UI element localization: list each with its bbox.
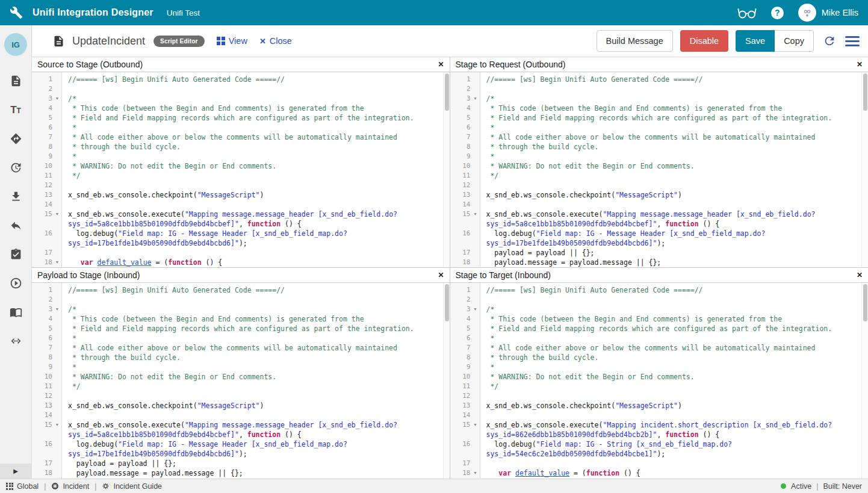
scrollbar[interactable] [861, 283, 868, 479]
download-icon[interactable] [9, 190, 22, 203]
fold-gutter [52, 382, 62, 391]
save-button[interactable]: Save [736, 30, 775, 52]
fold-arrow-icon[interactable]: ▾ [52, 94, 62, 104]
panel-title: Stage to Request (Outbound) [456, 60, 566, 69]
fold-arrow-icon[interactable]: ▾ [471, 305, 480, 314]
code-text: * Field and Field mapping records which … [480, 324, 832, 333]
code-line: 16 log.debug("Field map: IG - String [x_… [450, 439, 861, 449]
code-text: */ [480, 171, 499, 181]
history-icon[interactable] [9, 161, 22, 174]
line-number [32, 219, 52, 229]
fold-gutter [52, 439, 62, 449]
code-line: 12 [32, 181, 442, 190]
scrollbar-thumb[interactable] [445, 73, 449, 111]
fold-arrow-icon[interactable]: ▾ [471, 209, 480, 219]
fold-arrow-icon[interactable]: ▾ [471, 94, 480, 104]
incident-icon [51, 482, 59, 490]
code-line: 17 [32, 248, 442, 258]
fold-gutter [471, 219, 480, 229]
copy-button[interactable]: Copy [775, 30, 814, 52]
close-button[interactable]: ✕ Close [259, 36, 292, 46]
code-text: payload = payload || {}; [480, 248, 595, 258]
scrollbar[interactable] [443, 283, 450, 479]
line-number: 16 [450, 229, 471, 238]
spectacles-icon[interactable] [737, 6, 757, 19]
help-icon[interactable]: ? [771, 7, 784, 19]
user-name[interactable]: Mike Ellis [822, 8, 858, 17]
disable-button[interactable]: Disable [680, 30, 728, 52]
user-avatar[interactable] [798, 4, 816, 22]
fold-arrow-icon[interactable]: ▾ [52, 305, 62, 314]
code-text: * WARNING: Do not edit the Begin or End … [62, 161, 276, 171]
line-number [450, 449, 471, 459]
code-text: * through the build cycle. [62, 353, 181, 362]
tasks-icon[interactable] [9, 247, 22, 261]
code-text: sys_id=17be1fde1b49b05090dfdb9ebd4bcbd6]… [480, 238, 666, 248]
fold-gutter [471, 333, 480, 343]
code-line: sys_id=17be1fde1b49b05090dfdb9ebd4bcbd6]… [32, 238, 442, 248]
scrollbar-thumb[interactable] [863, 73, 867, 111]
menu-icon[interactable] [845, 36, 860, 46]
fold-arrow-icon[interactable]: ▾ [52, 258, 62, 267]
panel-close-icon[interactable]: ✕ [857, 60, 863, 69]
text-icon[interactable]: TT [9, 103, 22, 116]
fold-gutter [471, 295, 480, 305]
docs-icon[interactable] [9, 305, 22, 318]
apps-grid-icon [6, 483, 13, 490]
line-number: 13 [32, 190, 52, 200]
panel-close-icon[interactable]: ✕ [438, 271, 444, 279]
code-text [480, 295, 486, 305]
code-line: 5 * Field and Field mapping records whic… [32, 113, 442, 123]
code-editor[interactable]: 1//===== [ws] Begin Unifi Auto Generated… [32, 72, 450, 267]
code-text: * Field and Field mapping records which … [62, 113, 414, 123]
line-number [450, 219, 471, 229]
code-text: * All code either above or below the com… [62, 132, 397, 142]
fold-gutter [52, 430, 62, 439]
fold-arrow-icon[interactable]: ▾ [471, 468, 480, 478]
fold-gutter [52, 113, 62, 123]
run-icon[interactable] [9, 276, 22, 290]
fold-arrow-icon[interactable]: ▾ [52, 420, 62, 430]
panel-close-icon[interactable]: ✕ [857, 271, 863, 279]
code-text: x_snd_eb.ws_console.checkpoint("MessageS… [62, 401, 264, 411]
code-line: 6 * [32, 333, 442, 343]
fold-arrow-icon[interactable]: ▾ [471, 420, 480, 430]
scrollbar[interactable] [443, 72, 450, 267]
code-text: x_snd_eb.ws_console.execute("Mapping mes… [62, 209, 397, 219]
code-editor[interactable]: 1//===== [ws] Begin Unifi Auto Generated… [450, 283, 868, 479]
code-text: /* [62, 305, 76, 314]
scope-incident-guide[interactable]: Incident Guide [102, 482, 162, 491]
scrollbar[interactable] [861, 72, 868, 267]
fold-gutter [52, 190, 62, 200]
fold-gutter [52, 219, 62, 229]
fold-gutter [52, 285, 62, 295]
code-editor[interactable]: 1//===== [ws] Begin Unifi Auto Generated… [450, 72, 868, 267]
code-line: 18 payload.message = payload.message || … [450, 258, 861, 267]
undo-icon[interactable] [9, 219, 22, 232]
directions-icon[interactable] [9, 132, 22, 145]
sidebar-expand-button[interactable]: ▶ [0, 464, 31, 479]
code-icon[interactable] [9, 334, 22, 347]
panel-close-icon[interactable]: ✕ [438, 60, 444, 69]
integration-avatar[interactable]: IG [4, 33, 27, 56]
script-icon[interactable] [9, 74, 22, 87]
code-text [480, 181, 486, 190]
scope-global[interactable]: Global [6, 482, 39, 491]
code-text [62, 411, 68, 420]
code-text [62, 391, 68, 401]
refresh-icon[interactable] [821, 33, 838, 49]
app-title: Unifi Integration Designer [33, 7, 153, 18]
code-line: 8 * through the build cycle. [32, 142, 442, 152]
line-number: 4 [32, 104, 52, 113]
scope-incident[interactable]: Incident [51, 482, 89, 491]
scrollbar-thumb[interactable] [445, 284, 449, 321]
code-editor[interactable]: 1//===== [ws] Begin Unifi Auto Generated… [32, 283, 450, 479]
scrollbar-thumb[interactable] [863, 284, 867, 321]
line-number: 18 [32, 258, 52, 267]
line-number: 1 [32, 75, 52, 84]
view-button[interactable]: View [217, 36, 247, 46]
user-menu[interactable]: Mike Ellis [798, 4, 858, 22]
code-line: 3▾/* [450, 94, 861, 104]
fold-arrow-icon[interactable]: ▾ [52, 209, 62, 219]
build-message-button[interactable]: Build Message [597, 30, 673, 52]
